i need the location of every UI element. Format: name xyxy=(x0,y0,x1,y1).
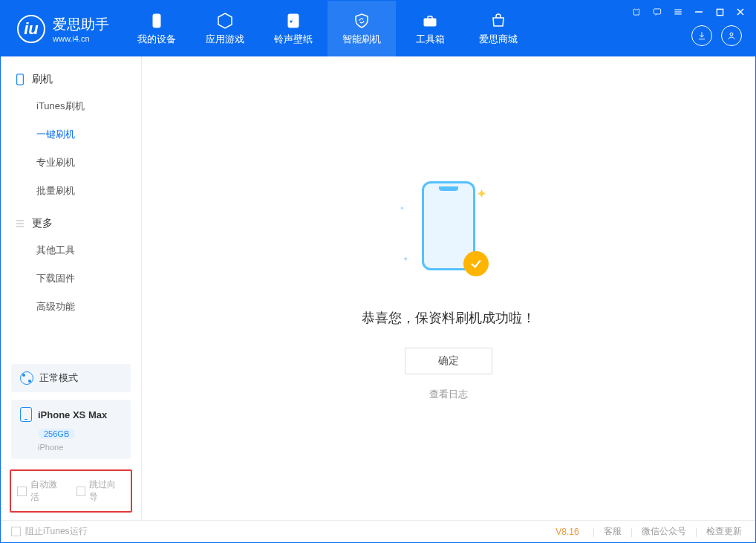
svg-rect-3 xyxy=(428,16,432,19)
checkbox-skip-wizard[interactable]: 跳过向导 xyxy=(76,478,126,504)
sidebar-item-pro-flash[interactable]: 专业刷机 xyxy=(1,149,141,177)
close-button[interactable] xyxy=(730,4,751,20)
toolbox-icon xyxy=(421,12,439,30)
checkbox-label: 阻止iTunes运行 xyxy=(25,525,88,538)
nav-label: 铃声壁纸 xyxy=(274,33,313,46)
group-title: 刷机 xyxy=(32,73,53,86)
shield-refresh-icon xyxy=(353,12,371,30)
sparkle-icon: ✦ xyxy=(400,205,405,212)
sidebar-item-itunes-flash[interactable]: iTunes刷机 xyxy=(1,92,141,120)
nav-tab-toolbox[interactable]: 工具箱 xyxy=(396,1,464,56)
options-box: 自动激活 跳过向导 xyxy=(10,469,132,513)
nav-tab-device[interactable]: 我的设备 xyxy=(123,1,191,56)
header-right xyxy=(691,25,742,46)
checkbox-label: 自动激活 xyxy=(30,478,66,504)
phone-icon xyxy=(14,74,26,85)
sidebar: 刷机 iTunes刷机 一键刷机 专业刷机 批量刷机 更多 其他工具 下载固件 … xyxy=(1,56,142,520)
download-button[interactable] xyxy=(691,25,712,46)
nav-label: 我的设备 xyxy=(137,33,176,46)
sidebar-item-other-tools[interactable]: 其他工具 xyxy=(1,236,141,264)
minimize-button[interactable] xyxy=(688,4,709,20)
device-block: 正常模式 iPhone XS Max 256GB iPhone xyxy=(1,357,141,466)
nav-label: 应用游戏 xyxy=(206,33,244,46)
sparkle-icon: ✦ xyxy=(403,255,408,263)
nav-label: 工具箱 xyxy=(416,33,445,46)
header: iu 爱思助手 www.i4.cn 我的设备 应用游戏 铃声壁纸 智能刷机 xyxy=(1,1,755,56)
device-name: iPhone XS Max xyxy=(38,409,107,420)
nav-tab-flash[interactable]: 智能刷机 xyxy=(328,1,396,56)
mode-icon xyxy=(20,371,33,385)
music-file-icon xyxy=(284,12,302,30)
footer-link-update[interactable]: 检查更新 xyxy=(703,525,745,538)
sidebar-item-download-fw[interactable]: 下载固件 xyxy=(1,264,141,293)
shirt-icon[interactable] xyxy=(626,4,647,20)
separator: | xyxy=(593,527,595,537)
sidebar-group-more[interactable]: 更多 xyxy=(1,211,141,236)
svg-point-12 xyxy=(730,33,733,36)
nav-tab-apps[interactable]: 应用游戏 xyxy=(191,1,259,56)
footer: 阻止iTunes运行 V8.16 | 客服 | 微信公众号 | 检查更新 xyxy=(1,520,755,542)
sidebar-item-batch-flash[interactable]: 批量刷机 xyxy=(1,177,141,205)
view-log-link[interactable]: 查看日志 xyxy=(429,388,468,401)
nav-label: 智能刷机 xyxy=(342,33,381,46)
svg-rect-0 xyxy=(153,14,160,27)
success-illustration: ✦ ✦ ✦ xyxy=(397,175,501,294)
store-icon xyxy=(489,12,507,30)
main-content: ✦ ✦ ✦ 恭喜您，保资料刷机成功啦！ 确定 查看日志 xyxy=(142,56,755,520)
feedback-icon[interactable] xyxy=(647,4,668,20)
checkbox-label: 跳过向导 xyxy=(89,478,125,504)
version-label: V8.16 xyxy=(555,527,579,537)
svg-rect-13 xyxy=(17,74,24,85)
device-icon xyxy=(148,12,166,30)
success-message: 恭喜您，保资料刷机成功啦！ xyxy=(362,309,535,327)
window-controls xyxy=(626,4,751,20)
check-badge-icon xyxy=(463,251,489,276)
body: 刷机 iTunes刷机 一键刷机 专业刷机 批量刷机 更多 其他工具 下载固件 … xyxy=(1,56,755,520)
checkbox-icon xyxy=(17,487,27,496)
app-title: 爱思助手 xyxy=(53,15,109,34)
checkbox-auto-activate[interactable]: 自动激活 xyxy=(17,478,66,504)
logo-block: iu 爱思助手 www.i4.cn xyxy=(1,15,123,43)
nav-tab-ringtone[interactable]: 铃声壁纸 xyxy=(259,1,328,56)
nav-tabs: 我的设备 应用游戏 铃声壁纸 智能刷机 工具箱 爱思商城 xyxy=(123,1,532,56)
logo-icon: iu xyxy=(17,15,45,43)
app-window: iu 爱思助手 www.i4.cn 我的设备 应用游戏 铃声壁纸 智能刷机 xyxy=(0,0,756,543)
menu-icon[interactable] xyxy=(668,4,688,20)
device-icon xyxy=(20,407,32,422)
group-title: 更多 xyxy=(32,217,53,230)
app-subtitle: www.i4.cn xyxy=(53,34,109,43)
checkbox-icon xyxy=(76,487,86,496)
nav-label: 爱思商城 xyxy=(479,33,518,46)
user-button[interactable] xyxy=(721,25,742,46)
svg-rect-4 xyxy=(654,9,660,14)
checkbox-block-itunes[interactable]: 阻止iTunes运行 xyxy=(11,525,88,538)
list-icon xyxy=(14,218,26,230)
svg-rect-9 xyxy=(717,9,723,15)
footer-link-wechat[interactable]: 微信公众号 xyxy=(639,525,689,538)
mode-label: 正常模式 xyxy=(39,371,78,385)
nav-tab-store[interactable]: 爱思商城 xyxy=(464,1,532,56)
sidebar-item-advanced[interactable]: 高级功能 xyxy=(1,293,141,321)
cube-icon xyxy=(216,12,234,30)
sparkle-icon: ✦ xyxy=(476,186,487,202)
device-card[interactable]: iPhone XS Max 256GB iPhone xyxy=(11,400,131,459)
mode-card[interactable]: 正常模式 xyxy=(11,364,131,392)
separator: | xyxy=(695,527,697,537)
footer-link-support[interactable]: 客服 xyxy=(601,525,625,538)
sidebar-item-oneclick-flash[interactable]: 一键刷机 xyxy=(1,120,141,149)
device-type: iPhone xyxy=(38,443,122,452)
storage-badge: 256GB xyxy=(38,429,75,439)
maximize-button[interactable] xyxy=(709,4,730,20)
checkbox-icon xyxy=(11,527,21,536)
ok-button[interactable]: 确定 xyxy=(405,348,492,374)
sidebar-group-flash[interactable]: 刷机 xyxy=(1,67,141,92)
separator: | xyxy=(630,527,633,537)
